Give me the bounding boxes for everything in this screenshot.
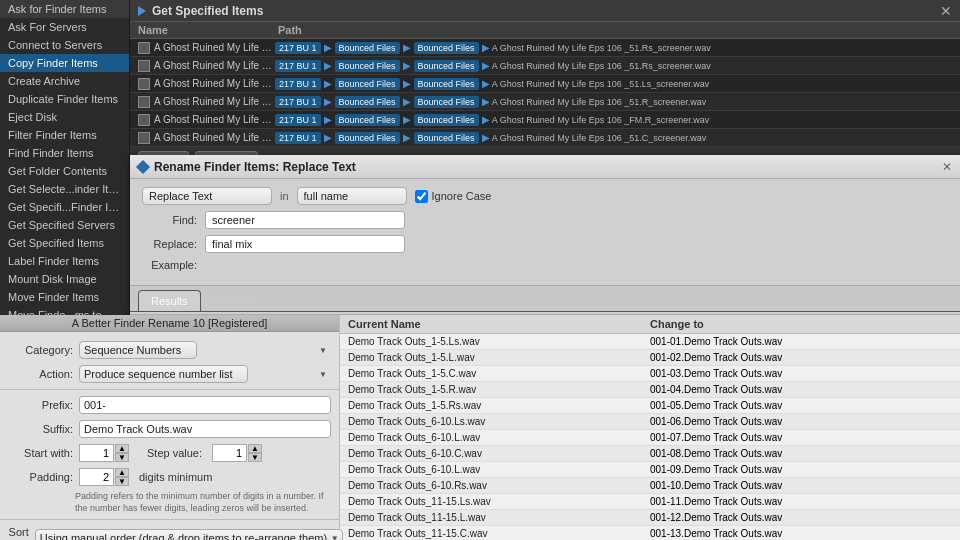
sidebar-item-label-finder[interactable]: Label Finder Items [0,252,129,270]
list-item[interactable]: Demo Track Outs_1-5.Rs.wav001-05.Demo Tr… [340,398,960,414]
sidebar-item-duplicate-finder[interactable]: Duplicate Finder Items [0,90,129,108]
rename-row-example: Example: [142,259,948,271]
list-item[interactable]: Demo Track Outs_6-10.Ls.wav001-06.Demo T… [340,414,960,430]
sort-select[interactable]: Using manual order (drag & drop items to… [35,529,343,540]
file-name: A Ghost Ruined My Life Eps 10t [154,132,274,143]
panel-close-button[interactable]: ✕ [940,3,952,19]
path-folder: Bounced Files [414,42,479,54]
sidebar-item-find-finder[interactable]: Find Finder Items [0,144,129,162]
files-table: Name Path A Ghost Ruined My Life Eps 10t… [130,22,960,147]
list-item[interactable]: Demo Track Outs_1-5.L.wav001-02.Demo Tra… [340,350,960,366]
list-item[interactable]: Demo Track Outs_1-5.C.wav001-03.Demo Tra… [340,366,960,382]
padding-decrement[interactable]: ▼ [115,477,129,486]
path-folder: 217 BU 1 [275,132,321,144]
change-to-name: 001-11.Demo Track Outs.wav [650,496,952,507]
file-icon [138,78,150,90]
sidebar-item-label: Get Selecte...inder Items [8,183,129,195]
step-input[interactable] [212,444,247,462]
current-name: Demo Track Outs_11-15.C.wav [348,528,650,539]
sidebar-item-copy-finder[interactable]: Copy Finder Items [0,54,129,72]
list-item[interactable]: Demo Track Outs_6-10.L.wav001-09.Demo Tr… [340,462,960,478]
field-select[interactable]: full name [297,187,407,205]
list-item[interactable]: Demo Track Outs_11-15.C.wav001-13.Demo T… [340,526,960,540]
sidebar-item-create-archive[interactable]: Create Archive [0,72,129,90]
sidebar-item-label: Mount Disk Image [8,273,97,285]
list-item[interactable]: Demo Track Outs_6-10.C.wav001-08.Demo Tr… [340,446,960,462]
list-item[interactable]: Demo Track Outs_11-15.Ls.wav001-11.Demo … [340,494,960,510]
category-select[interactable]: Sequence Numbers [79,341,197,359]
ignore-case-text: Ignore Case [432,190,492,202]
sidebar-item-ask-servers[interactable]: Ask For Servers [0,18,129,36]
sidebar-item-label: Eject Disk [8,111,57,123]
step-decrement[interactable]: ▼ [248,453,262,462]
start-increment[interactable]: ▲ [115,444,129,453]
table-row[interactable]: A Ghost Ruined My Life Eps 10t217 BU 1▶B… [130,129,960,147]
ignore-case-checkbox[interactable] [415,190,428,203]
padding-increment[interactable]: ▲ [115,468,129,477]
rename-row-action: Replace Text in full name Ignore Case [142,187,948,205]
table-row[interactable]: A Ghost Ruined My Life Eps 10t217 BU 1▶B… [130,39,960,57]
path-filename: A Ghost Ruined My Life Eps 106 _51.R_scr… [492,97,707,107]
sidebar-item-get-folder[interactable]: Get Folder Contents [0,162,129,180]
ignore-case-label: Ignore Case [415,190,492,203]
sidebar-item-filter-finder[interactable]: Filter Finder Items [0,126,129,144]
abfr-action-select[interactable]: Produce sequence number list [79,365,248,383]
path-arrow-icon: ▶ [482,42,490,53]
replace-input[interactable] [205,235,405,253]
sidebar-item-eject-disk[interactable]: Eject Disk [0,108,129,126]
rename-header: Rename Finder Items: Replace Text ✕ [130,155,960,179]
list-item[interactable]: Demo Track Outs_6-10.Rs.wav001-10.Demo T… [340,478,960,494]
file-name: A Ghost Ruined My Life Eps 10t [154,114,274,125]
path-folder: Bounced Files [335,60,400,72]
table-row[interactable]: A Ghost Ruined My Life Eps 10t217 BU 1▶B… [130,75,960,93]
padding-input[interactable] [79,468,114,486]
find-input[interactable] [205,211,405,229]
sidebar-item-get-specifi[interactable]: Get Specifi...Finder Items [0,198,129,216]
rename-tab-results[interactable]: Results [138,290,201,311]
path-arrow-icon: ▶ [324,78,332,89]
list-item[interactable]: Demo Track Outs_11-15.L.wav001-12.Demo T… [340,510,960,526]
path-filename: A Ghost Ruined My Life Eps 106 _51.Rs_sc… [492,43,711,53]
change-to-name: 001-07.Demo Track Outs.wav [650,432,952,443]
change-to-name: 001-09.Demo Track Outs.wav [650,464,952,475]
rename-title: Rename Finder Items: Replace Text [154,160,942,174]
path-arrow-icon: ▶ [482,78,490,89]
table-row[interactable]: A Ghost Ruined My Life Eps 10t217 BU 1▶B… [130,93,960,111]
list-item[interactable]: Demo Track Outs_1-5.Ls.wav001-01.Demo Tr… [340,334,960,350]
change-to-name: 001-01.Demo Track Outs.wav [650,336,952,347]
path-arrow-icon: ▶ [403,42,411,53]
step-stepper-buttons: ▲ ▼ [248,444,262,462]
rename-close-button[interactable]: ✕ [942,160,952,174]
padding-stepper-buttons: ▲ ▼ [115,468,129,486]
list-item[interactable]: Demo Track Outs_1-5.R.wav001-04.Demo Tra… [340,382,960,398]
path-folder: 217 BU 1 [275,78,321,90]
sidebar-item-move-finder[interactable]: Move Finder Items [0,288,129,306]
sidebar-item-get-specified-servers[interactable]: Get Specified Servers [0,216,129,234]
path-folder: Bounced Files [414,132,479,144]
file-rows: A Ghost Ruined My Life Eps 10t217 BU 1▶B… [130,39,960,147]
table-row[interactable]: A Ghost Ruined My Life Eps 10t217 BU 1▶B… [130,57,960,75]
current-name: Demo Track Outs_6-10.C.wav [348,448,650,459]
change-to-name: 001-06.Demo Track Outs.wav [650,416,952,427]
rename-tab-options[interactable]: Options [201,290,263,311]
file-name: A Ghost Ruined My Life Eps 10t [154,60,274,71]
sidebar-item-connect-servers[interactable]: Connect to Servers [0,36,129,54]
start-decrement[interactable]: ▼ [115,453,129,462]
list-item[interactable]: Demo Track Outs_6-10.L.wav001-07.Demo Tr… [340,430,960,446]
action-select[interactable]: Replace Text [142,187,272,205]
table-row[interactable]: A Ghost Ruined My Life Eps 10t217 BU 1▶B… [130,111,960,129]
step-increment[interactable]: ▲ [248,444,262,453]
path-folder: Bounced Files [335,96,400,108]
suffix-label: Suffix: [8,423,73,435]
change-to-name: 001-10.Demo Track Outs.wav [650,480,952,491]
sidebar-item-label: Get Folder Contents [8,165,107,177]
category-label: Category: [8,344,73,356]
action-label-abfr: Action: [8,368,73,380]
start-input[interactable] [79,444,114,462]
sidebar-item-get-specified-items[interactable]: Get Specified Items [0,234,129,252]
sidebar-item-ask-finder[interactable]: Ask for Finder Items [0,0,129,18]
sidebar-item-get-selected[interactable]: Get Selecte...inder Items [0,180,129,198]
suffix-input[interactable] [79,420,331,438]
sidebar-item-mount-disk[interactable]: Mount Disk Image [0,270,129,288]
prefix-input[interactable] [79,396,331,414]
